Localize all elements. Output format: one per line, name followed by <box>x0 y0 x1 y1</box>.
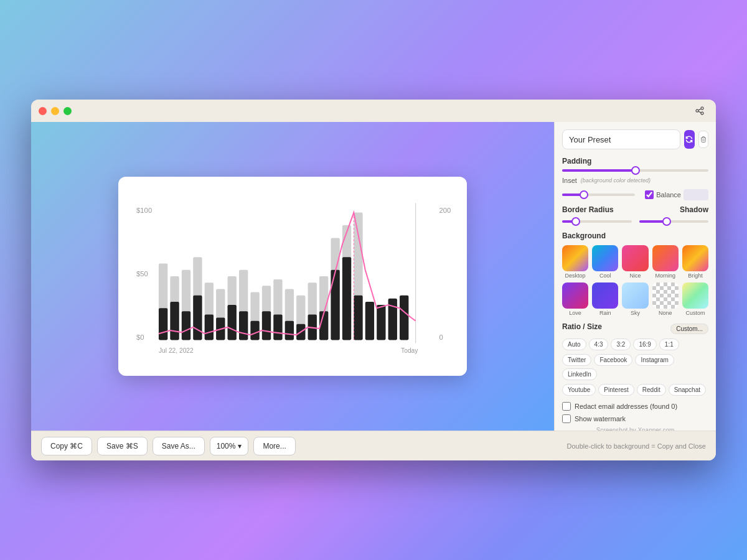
ratio-3-2[interactable]: 3:2 <box>611 338 631 350</box>
svg-rect-34 <box>342 257 351 340</box>
copy-button[interactable]: Copy ⌘C <box>41 437 92 455</box>
background-swatches: Desktop Cool Nice Morning Bright <box>562 245 708 316</box>
ratio-pinterest[interactable]: Pinterest <box>598 384 634 396</box>
main-content: $100 $50 $0 200 0 Jul 22, 2022 Today <box>31 122 716 431</box>
shadow-slider[interactable] <box>639 220 709 225</box>
ratio-twitter[interactable]: Twitter <box>562 354 591 366</box>
ratio-reddit[interactable]: Reddit <box>637 384 666 396</box>
preset-delete-button[interactable] <box>698 131 708 148</box>
ratio-1-1[interactable]: 1:1 <box>659 338 679 350</box>
bg-swatch-desktop[interactable]: Desktop <box>562 245 588 279</box>
svg-rect-39 <box>400 296 408 340</box>
screenshot-card: $100 $50 $0 200 0 Jul 22, 2022 Today <box>118 177 467 376</box>
svg-rect-18 <box>159 308 167 340</box>
padding-label: Padding <box>562 157 708 166</box>
redact-label: Redact email addresses (found 0) <box>575 403 677 410</box>
ratio-facebook[interactable]: Facebook <box>594 354 632 366</box>
ratio-snapchat[interactable]: Snapchat <box>669 384 706 396</box>
inset-slider[interactable] <box>562 194 635 196</box>
padding-slider[interactable] <box>562 169 708 172</box>
watermark-checkbox[interactable] <box>562 414 571 423</box>
right-label-200: 200 <box>439 207 451 214</box>
close-button[interactable] <box>39 107 47 115</box>
ratio-label: Ratio / Size <box>562 322 602 331</box>
ratio-4-3[interactable]: 4:3 <box>589 338 609 350</box>
x-label-end: Today <box>401 347 418 354</box>
radius-shadow-row <box>562 220 708 225</box>
redact-row: Redact email addresses (found 0) <box>562 402 708 411</box>
border-radius-slider[interactable] <box>562 220 632 225</box>
svg-rect-37 <box>377 305 385 340</box>
svg-rect-29 <box>285 321 294 340</box>
bg-swatch-rain[interactable]: Rain <box>592 282 618 316</box>
shadow-label: Shadow <box>680 205 708 214</box>
share-button[interactable] <box>691 102 708 119</box>
bg-swatch-bright[interactable]: Bright <box>682 245 708 279</box>
more-button[interactable]: More... <box>253 437 295 455</box>
ratio-16-9[interactable]: 16:9 <box>633 338 656 350</box>
title-bar <box>31 100 716 122</box>
y-label-0: $0 <box>136 334 144 341</box>
watermark-row: Show watermark <box>562 414 708 423</box>
ratio-social: Twitter Facebook Instagram LinkedIn <box>562 354 708 380</box>
svg-rect-33 <box>331 270 339 340</box>
background-label: Background <box>562 231 708 240</box>
bg-swatch-cool[interactable]: Cool <box>592 245 618 279</box>
save-as-button[interactable]: Save As... <box>153 437 205 455</box>
right-panel: Padding Inset (background color detected… <box>554 122 716 431</box>
radius-shadow-labels: Border Radius Shadow <box>562 205 708 218</box>
ratio-social2: Youtube Pinterest Reddit Snapchat <box>562 384 708 396</box>
border-radius-label: Border Radius <box>562 205 614 214</box>
inset-label: Inset <box>562 177 577 184</box>
ratio-header: Ratio / Size Custom... <box>562 322 708 335</box>
preset-sync-button[interactable] <box>684 130 695 149</box>
inset-row: Inset (background color detected) <box>562 177 708 184</box>
svg-rect-20 <box>182 311 190 340</box>
chart-container: $100 $50 $0 200 0 Jul 22, 2022 Today <box>133 192 452 361</box>
svg-rect-22 <box>205 314 214 340</box>
ratio-options: Auto 4:3 3:2 16:9 1:1 <box>562 338 708 350</box>
save-button[interactable]: Save ⌘S <box>97 437 148 455</box>
app-window: $100 $50 $0 200 0 Jul 22, 2022 Today <box>31 100 716 460</box>
bg-swatch-custom[interactable]: Custom <box>682 282 708 316</box>
ratio-youtube[interactable]: Youtube <box>562 384 596 396</box>
ratio-instagram[interactable]: Instagram <box>635 354 674 366</box>
maximize-button[interactable] <box>63 107 72 115</box>
ratio-linkedin[interactable]: LinkedIn <box>562 368 597 380</box>
ratio-custom-button[interactable]: Custom... <box>670 324 708 334</box>
bg-swatch-love[interactable]: Love <box>562 282 588 316</box>
right-label-0: 0 <box>439 334 443 341</box>
watermark-label: Show watermark <box>575 415 626 422</box>
balance-checkbox[interactable] <box>645 190 654 199</box>
canvas-area[interactable]: $100 $50 $0 200 0 Jul 22, 2022 Today <box>31 122 554 431</box>
inset-note: (background color detected) <box>581 177 651 184</box>
bg-swatch-sky[interactable]: Sky <box>622 282 648 316</box>
svg-rect-27 <box>262 311 271 340</box>
preset-input[interactable] <box>562 129 680 149</box>
balance-swatch <box>684 189 708 200</box>
svg-rect-36 <box>365 302 374 340</box>
footer-bar: Copy ⌘C Save ⌘S Save As... 100% ▾ More..… <box>31 431 716 460</box>
bg-swatch-none[interactable]: None <box>652 282 679 316</box>
footer-hint: Double-click to background = Copy and Cl… <box>567 442 707 450</box>
preset-row <box>562 129 708 149</box>
redact-checkbox[interactable] <box>562 402 571 411</box>
svg-rect-21 <box>193 296 202 340</box>
svg-rect-19 <box>170 302 179 340</box>
traffic-lights <box>39 107 72 115</box>
y-label-100: $100 <box>136 207 152 214</box>
svg-rect-24 <box>228 305 237 340</box>
svg-rect-25 <box>239 311 248 340</box>
bg-swatch-morning[interactable]: Morning <box>652 245 679 279</box>
svg-rect-26 <box>250 321 259 340</box>
padding-section: Padding <box>562 157 708 172</box>
ratio-section: Ratio / Size Custom... Auto 4:3 3:2 16:9… <box>562 322 708 396</box>
minimize-button[interactable] <box>51 107 59 115</box>
ratio-auto[interactable]: Auto <box>562 338 586 350</box>
y-label-50: $50 <box>136 270 148 278</box>
svg-rect-28 <box>273 314 282 340</box>
zoom-button[interactable]: 100% ▾ <box>210 437 249 455</box>
x-label-start: Jul 22, 2022 <box>159 347 194 354</box>
bg-swatch-nice[interactable]: Nice <box>622 245 648 279</box>
svg-rect-35 <box>354 296 362 340</box>
